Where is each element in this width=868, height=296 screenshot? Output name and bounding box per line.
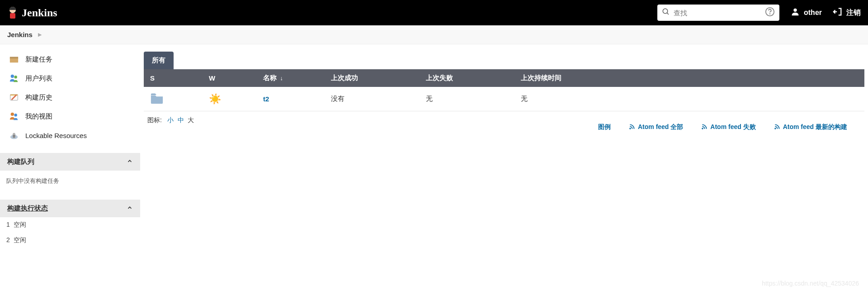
brand-text: Jenkins	[22, 7, 57, 19]
svg-line-5	[667, 13, 669, 14]
rss-icon	[774, 124, 780, 131]
tab-all[interactable]: 所有	[144, 52, 174, 69]
rss-icon	[701, 124, 708, 131]
svg-rect-1	[10, 13, 15, 19]
icon-size-small[interactable]: 小	[167, 116, 174, 124]
chevron-right-icon: ▶	[38, 32, 42, 38]
chevron-up-icon	[127, 205, 133, 212]
icon-size-medium[interactable]: 中	[178, 116, 184, 124]
user-name: other	[804, 9, 822, 17]
svg-point-7	[770, 14, 770, 14]
col-last-fail[interactable]: 上次失败	[420, 69, 514, 87]
svg-rect-10	[10, 57, 18, 59]
sun-icon: ☀️	[209, 93, 221, 105]
svg-point-4	[663, 9, 668, 14]
jenkins-logo-icon	[7, 5, 18, 20]
sidebar: 新建任务 用户列表 构建历史 我的视图 Lockable Resources 构…	[0, 44, 140, 248]
icon-size-control: 图标: 小 中 大	[147, 116, 195, 124]
logout-button[interactable]: 注销	[833, 7, 861, 19]
svg-point-8	[793, 9, 797, 12]
table-footer: 图标: 小 中 大 图例 Atom feed 全部 Atom feed 失败 A…	[144, 111, 864, 136]
sidebar-item-label: 构建历史	[25, 93, 52, 102]
logout-icon	[833, 7, 843, 19]
jobs-table: S W 名称 ↓ 上次成功 上次失败 上次持续时间 ☀️ t2 没有 无 无	[144, 69, 864, 111]
col-last-duration[interactable]: 上次持续时间	[514, 69, 864, 87]
cell-last-success: 没有	[325, 87, 420, 111]
col-status[interactable]: S	[144, 69, 203, 87]
svg-point-15	[11, 113, 14, 116]
svg-point-16	[14, 114, 17, 116]
cell-last-fail: 无	[420, 87, 514, 111]
panel-title: 构建队列	[7, 158, 34, 166]
sidebar-item-new[interactable]: 新建任务	[0, 50, 140, 69]
feed-all[interactable]: Atom feed 全部	[629, 123, 683, 131]
sidebar-item-label: 新建任务	[25, 55, 52, 64]
legend-link[interactable]: 图例	[598, 123, 611, 131]
job-link[interactable]: t2	[263, 95, 269, 103]
user-button[interactable]: other	[790, 7, 822, 19]
header: Jenkins other 注销	[0, 0, 868, 25]
breadcrumb: Jenkins ▶	[0, 25, 868, 44]
col-last-success[interactable]: 上次成功	[325, 69, 420, 87]
sort-down-icon: ↓	[278, 75, 283, 81]
main-content: 所有 S W 名称 ↓ 上次成功 上次失败 上次持续时间 ☀️ t2 没有	[140, 44, 868, 248]
svg-point-2	[11, 9, 12, 10]
history-icon	[9, 92, 19, 102]
chevron-up-icon	[127, 158, 133, 166]
sidebar-item-history[interactable]: 构建历史	[0, 88, 140, 107]
user-icon	[790, 7, 800, 19]
icon-size-large: 大	[188, 116, 194, 124]
help-icon[interactable]	[765, 7, 775, 19]
breadcrumb-item[interactable]: Jenkins	[7, 31, 33, 38]
build-exec-header[interactable]: 构建执行状态	[0, 200, 140, 217]
rss-icon	[629, 124, 635, 131]
build-queue-header[interactable]: 构建队列	[0, 153, 140, 171]
myviews-icon	[9, 111, 19, 121]
cell-last-duration: 无	[514, 87, 864, 111]
executor-row: 2 空闲	[0, 233, 140, 248]
new-item-icon	[9, 54, 19, 64]
svg-point-3	[14, 9, 14, 10]
logo[interactable]: Jenkins	[7, 5, 57, 20]
folder-icon	[150, 98, 164, 105]
executor-row: 1 空闲	[0, 217, 140, 233]
svg-point-21	[775, 128, 776, 129]
svg-point-11	[11, 75, 14, 78]
col-weather[interactable]: W	[203, 69, 257, 87]
feed-fail[interactable]: Atom feed 失败	[701, 123, 755, 131]
sidebar-item-label: 我的视图	[25, 112, 52, 121]
search-box[interactable]	[657, 5, 779, 21]
table-row: ☀️ t2 没有 无 无	[144, 87, 864, 111]
build-exec-panel: 构建执行状态 1 空闲 2 空闲	[0, 200, 140, 248]
sidebar-item-lockable[interactable]: Lockable Resources	[0, 126, 140, 145]
col-name[interactable]: 名称 ↓	[257, 69, 325, 87]
feed-links: 图例 Atom feed 全部 Atom feed 失败 Atom feed 最…	[198, 123, 861, 131]
search-input[interactable]	[674, 9, 761, 17]
svg-point-20	[702, 128, 703, 129]
svg-rect-18	[13, 134, 15, 138]
sidebar-item-myviews[interactable]: 我的视图	[0, 107, 140, 126]
people-icon	[9, 73, 19, 83]
sidebar-item-label: 用户列表	[25, 74, 52, 83]
tabs: 所有	[144, 52, 864, 69]
feed-latest[interactable]: Atom feed 最新的构建	[774, 123, 847, 131]
build-queue-empty: 队列中没有构建任务	[0, 171, 140, 191]
panel-title: 构建执行状态	[7, 204, 48, 213]
logout-label: 注销	[846, 8, 861, 18]
icon-size-label: 图标:	[147, 116, 162, 124]
search-icon	[662, 8, 670, 18]
svg-point-12	[14, 76, 17, 78]
sidebar-item-label: Lockable Resources	[25, 132, 87, 139]
svg-point-19	[630, 128, 631, 129]
build-queue-panel: 构建队列 队列中没有构建任务	[0, 153, 140, 191]
sidebar-item-people[interactable]: 用户列表	[0, 69, 140, 88]
lock-icon	[9, 130, 19, 140]
